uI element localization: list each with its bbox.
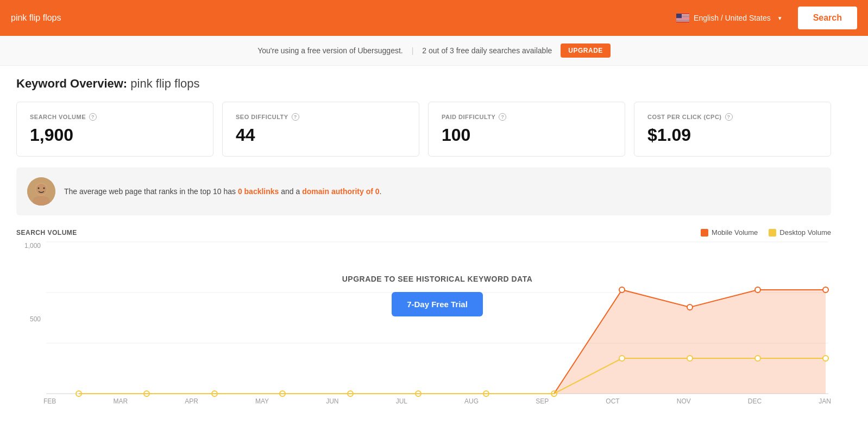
label-text: SEO DIFFICULTY xyxy=(236,114,288,120)
x-label-nov: NOV xyxy=(677,397,691,405)
x-label-may: MAY xyxy=(255,397,269,405)
title-prefix: Keyword Overview: xyxy=(16,77,127,90)
desktop-legend-dot xyxy=(769,229,776,237)
label-text: SEARCH VOLUME xyxy=(30,114,86,120)
stat-value: 44 xyxy=(236,125,406,145)
chart-title: SEARCH VOLUME xyxy=(16,229,77,237)
y-label-500: 500 xyxy=(30,315,41,323)
info-text-middle: and a xyxy=(279,187,302,196)
search-wrapper xyxy=(11,13,661,23)
language-label: English / United States xyxy=(694,14,771,22)
mobile-legend-dot xyxy=(701,229,708,237)
backlinks-highlight: 0 backlinks xyxy=(238,187,279,196)
mobile-legend-label: Mobile Volume xyxy=(712,228,758,237)
x-label-sep: SEP xyxy=(536,397,549,405)
stat-label: SEO DIFFICULTY ? xyxy=(236,113,406,121)
info-text-after: . xyxy=(380,187,382,196)
x-label-feb: FEB xyxy=(43,397,56,405)
desktop-point-jan xyxy=(823,356,828,361)
svg-rect-6 xyxy=(676,21,689,21)
x-label-jul: JUL xyxy=(396,397,407,405)
legend-desktop: Desktop Volume xyxy=(769,228,831,237)
domain-authority-highlight: domain authority of 0 xyxy=(302,187,379,196)
stat-label: SEARCH VOLUME ? xyxy=(30,113,200,121)
legend-mobile: Mobile Volume xyxy=(701,228,758,237)
info-box: The average web page that ranks in the t… xyxy=(16,167,831,215)
mobile-point-nov xyxy=(687,304,693,310)
label-text: COST PER CLICK (CPC) xyxy=(647,114,722,120)
desktop-legend-label: Desktop Volume xyxy=(779,228,831,237)
separator: | xyxy=(412,46,414,55)
x-label-dec: DEC xyxy=(748,397,762,405)
label-text: PAID DIFFICULTY xyxy=(442,114,495,120)
chevron-down-icon: ▼ xyxy=(777,15,783,21)
keyword-text: pink flip flops xyxy=(130,77,199,90)
trial-button[interactable]: 7-Day Free Trial xyxy=(392,292,483,316)
stat-card-seo-difficulty: SEO DIFFICULTY ? 44 xyxy=(222,102,419,157)
language-selector[interactable]: English / United States ▼ xyxy=(668,9,791,27)
avatar-image xyxy=(27,177,55,206)
stat-value: 1,900 xyxy=(30,125,200,145)
info-text-before: The average web page that ranks in the t… xyxy=(64,187,238,196)
x-label-jan: JAN xyxy=(819,397,831,405)
upgrade-button[interactable]: UPGRADE xyxy=(561,43,611,58)
stats-grid: SEARCH VOLUME ? 1,900 SEO DIFFICULTY ? 4… xyxy=(16,102,831,157)
svg-rect-7 xyxy=(676,14,682,18)
svg-point-13 xyxy=(43,188,45,189)
x-label-apr: APR xyxy=(185,397,198,405)
us-flag-icon xyxy=(676,14,689,22)
mobile-point-jan xyxy=(823,287,828,293)
svg-rect-4 xyxy=(676,18,689,18)
x-label-oct: OCT xyxy=(606,397,619,405)
notice-bar: You're using a free version of Ubersugge… xyxy=(0,36,868,66)
svg-point-12 xyxy=(38,188,40,189)
mobile-point-dec xyxy=(755,287,760,293)
x-label-jun: JUN xyxy=(326,397,338,405)
search-button[interactable]: Search xyxy=(798,7,857,29)
info-icon[interactable]: ? xyxy=(89,113,97,121)
stat-card-paid-difficulty: PAID DIFFICULTY ? 100 xyxy=(428,102,625,157)
x-axis-labels: FEB MAR APR MAY JUN JUL AUG SEP OCT NOV … xyxy=(43,394,831,405)
stat-label: COST PER CLICK (CPC) ? xyxy=(647,113,817,121)
main-content: Keyword Overview: pink flip flops SEARCH… xyxy=(0,66,847,416)
chart-wrapper: 1,000 500 xyxy=(16,242,831,405)
desktop-point-oct xyxy=(619,356,625,361)
stat-value: 100 xyxy=(442,125,612,145)
page-title: Keyword Overview: pink flip flops xyxy=(16,77,831,91)
x-label-aug: AUG xyxy=(464,397,479,405)
info-text: The average web page that ranks in the t… xyxy=(64,185,381,197)
x-label-mar: MAR xyxy=(113,397,128,405)
desktop-point-dec xyxy=(755,356,760,361)
mobile-point-oct xyxy=(619,287,625,293)
info-icon[interactable]: ? xyxy=(499,113,506,121)
info-icon[interactable]: ? xyxy=(725,113,733,121)
stat-card-cpc: COST PER CLICK (CPC) ? $1.09 xyxy=(634,102,831,157)
stat-label: PAID DIFFICULTY ? xyxy=(442,113,612,121)
header: English / United States ▼ Search xyxy=(0,0,868,36)
searches-available-text: 2 out of 3 free daily searches available xyxy=(422,46,552,55)
avatar xyxy=(27,177,55,206)
chart-header: SEARCH VOLUME Mobile Volume Desktop Volu… xyxy=(16,228,831,237)
search-volume-chart xyxy=(43,242,831,394)
desktop-point-nov xyxy=(687,356,693,361)
y-label-1000: 1,000 xyxy=(24,242,41,250)
svg-rect-5 xyxy=(676,20,689,20)
stat-card-search-volume: SEARCH VOLUME ? 1,900 xyxy=(16,102,213,157)
svg-point-10 xyxy=(36,184,47,195)
stat-value: $1.09 xyxy=(647,125,817,145)
info-icon[interactable]: ? xyxy=(292,113,299,121)
chart-legend: Mobile Volume Desktop Volume xyxy=(701,228,831,237)
chart-section: SEARCH VOLUME Mobile Volume Desktop Volu… xyxy=(16,228,831,405)
search-input[interactable] xyxy=(11,13,661,23)
free-version-text: You're using a free version of Ubersugge… xyxy=(257,46,403,55)
